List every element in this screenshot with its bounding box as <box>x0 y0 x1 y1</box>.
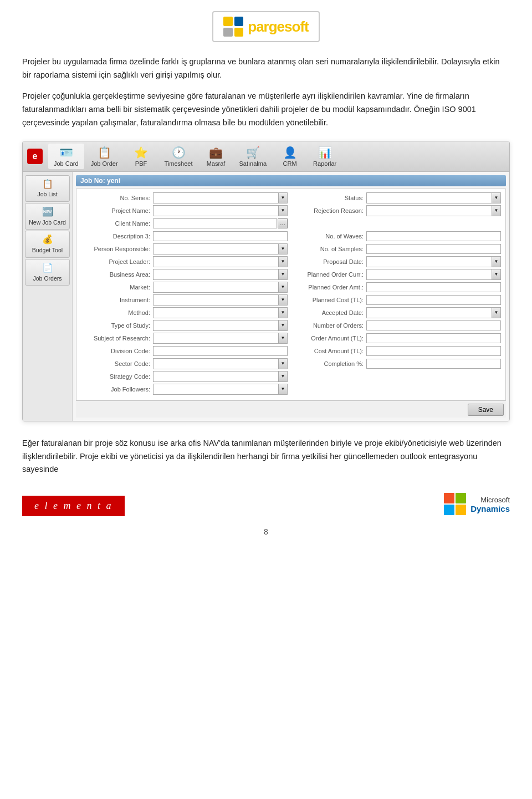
arrow-rejectionreason[interactable]: ▼ <box>492 206 500 216</box>
ms-dynamics-logo: Microsoft Dynamics <box>444 493 510 516</box>
input-plannedordercurr[interactable]: ▼ <box>366 269 501 280</box>
input-businessarea[interactable]: ▼ <box>153 269 288 280</box>
pargesoft-logo: pargesoft <box>212 11 319 42</box>
field-row-plannedordercurr: Planned Order Curr.: ▼ <box>294 269 501 280</box>
toolbar-item-pbf[interactable]: ⭐ PBF <box>125 144 158 169</box>
toolbar-item-timesheet[interactable]: 🕐 Timesheet <box>159 144 198 169</box>
input-jobfollowers[interactable]: ▼ <box>153 384 288 395</box>
input-sectorcode[interactable]: ▼ <box>153 358 288 369</box>
logo-sq-blue1 <box>234 17 244 26</box>
joborders-icon: 📄 <box>42 262 53 274</box>
arrow-proposaldate[interactable]: ▼ <box>492 257 500 267</box>
logo-parge: parge <box>248 18 284 35</box>
input-plannedorderamt[interactable] <box>366 282 501 292</box>
input-divisioncode[interactable] <box>153 346 288 356</box>
label-divisioncode: Division Code: <box>81 348 153 354</box>
field-row-noseries: No. Series: ▼ <box>81 192 288 203</box>
label-subjectofresearch: Subject of Research: <box>81 335 153 342</box>
elementa-logo: e l e m e n t a <box>22 496 125 516</box>
btn-clientname-lookup[interactable]: … <box>278 218 288 228</box>
input-noofsamp[interactable] <box>366 244 501 254</box>
raporlar-icon: 📊 <box>318 146 332 159</box>
field-row-projectname: Project Name: ▼ <box>81 205 288 216</box>
label-proposaldate: Proposal Date: <box>294 258 366 265</box>
sidebar-btn-joborders[interactable]: 📄 Job Orders <box>25 259 70 286</box>
arrow-projectleader[interactable]: ▼ <box>278 257 287 267</box>
input-noseries[interactable]: ▼ <box>153 192 288 203</box>
arrow-plannedordercurr[interactable]: ▼ <box>492 269 500 279</box>
input-method[interactable]: ▼ <box>153 307 288 318</box>
input-personresponsible[interactable]: ▼ <box>153 243 288 255</box>
arrow-strategycode[interactable]: ▼ <box>278 371 287 381</box>
ms-sq-blue <box>444 505 454 515</box>
app-toolbar: e 🪪 Job Card 📋 Job Order ⭐ PBF 🕐 Timeshe… <box>23 141 509 172</box>
input-clientname[interactable] <box>153 218 277 228</box>
label-method: Method: <box>81 309 153 316</box>
toolbar-item-masraf[interactable]: 💼 Masraf <box>200 144 233 169</box>
arrow-typeofstudy[interactable]: ▼ <box>278 320 287 330</box>
input-completionpct[interactable] <box>366 359 501 369</box>
sidebar-btn-newjobcard[interactable]: 🆕 New Job Card <box>25 203 70 230</box>
toolbar-item-raporlar[interactable]: 📊 Raporlar <box>308 144 342 169</box>
arrow-accepteddate[interactable]: ▼ <box>492 308 500 318</box>
input-status[interactable]: ▼ <box>366 192 501 203</box>
label-market: Market: <box>81 284 153 291</box>
input-plannedcost[interactable] <box>366 295 501 305</box>
content-area: Job No: yeni No. Series: ▼ <box>73 172 509 421</box>
input-numberoforders[interactable] <box>366 320 501 330</box>
toolbar-item-satinalma[interactable]: 🛒 Satınalma <box>234 144 273 169</box>
form-title: Job No: yeni <box>76 175 506 186</box>
input-proposaldate[interactable]: ▼ <box>366 256 501 267</box>
label-projectname: Project Name: <box>81 207 153 214</box>
input-projectname[interactable]: ▼ <box>153 205 288 216</box>
arrow-personresponsible[interactable]: ▼ <box>278 244 287 254</box>
input-market[interactable]: ▼ <box>153 282 288 293</box>
arrow-jobfollowers[interactable]: ▼ <box>278 384 287 394</box>
crm-label: CRM <box>283 160 297 167</box>
sidebar-btn-joblist[interactable]: 📋 Job List <box>25 175 70 202</box>
input-costamount[interactable] <box>366 346 501 356</box>
save-button[interactable]: Save <box>468 404 504 416</box>
budgettool-icon: 💰 <box>42 234 53 246</box>
arrow-market[interactable]: ▼ <box>278 282 287 292</box>
input-noofwaves[interactable] <box>366 231 501 241</box>
toolbar-item-joborder[interactable]: 📋 Job Order <box>85 144 124 169</box>
toolbar-item-crm[interactable]: 👤 CRM <box>273 144 306 169</box>
input-instrument[interactable]: ▼ <box>153 294 288 306</box>
label-clientname: Client Name: <box>81 220 153 227</box>
field-row-strategycode: Strategy Code: ▼ <box>81 371 288 382</box>
input-rejectionreason[interactable]: ▼ <box>366 205 501 216</box>
arrow-method[interactable]: ▼ <box>278 308 287 318</box>
form-main-row: No. Series: ▼ Project Name: ▼ <box>81 192 501 395</box>
input-desc3[interactable] <box>153 231 288 241</box>
input-subjectofresearch[interactable]: ▼ <box>153 333 288 344</box>
sidebar-label-newjobcard: New Job Card <box>29 219 66 227</box>
sidebar-btn-budgettool[interactable]: 💰 Budget Tool <box>25 231 70 257</box>
input-projectleader[interactable]: ▼ <box>153 256 288 267</box>
paragraph-2: Projeler çoğunlukla gerçekleştirme seviy… <box>22 90 510 130</box>
arrow-subjectofresearch[interactable]: ▼ <box>278 333 287 343</box>
input-orderamount[interactable] <box>366 333 501 343</box>
arrow-noseries[interactable]: ▼ <box>278 193 287 203</box>
input-accepteddate[interactable]: ▼ <box>366 307 501 318</box>
pargesoft-text: pargesoft <box>248 18 308 35</box>
logo-soft: soft <box>284 18 309 35</box>
field-row-noofsamp: No. of Samples: <box>294 243 501 255</box>
input-clientname-wrap: … <box>153 218 288 228</box>
sidebar-label-joblist: Job List <box>37 191 57 199</box>
arrow-projectname[interactable]: ▼ <box>278 206 287 216</box>
arrow-status[interactable]: ▼ <box>492 193 500 203</box>
arrow-sectorcode[interactable]: ▼ <box>278 359 287 369</box>
logo-sq-gray1 <box>223 28 233 37</box>
pbf-label: PBF <box>135 160 147 167</box>
arrow-businessarea[interactable]: ▼ <box>278 269 287 279</box>
footer-logos: e l e m e n t a Microsoft Dynamics <box>22 493 510 516</box>
toolbar-item-jobcard[interactable]: 🪪 Job Card <box>48 144 84 169</box>
input-typeofstudy[interactable]: ▼ <box>153 320 288 331</box>
form-container: No. Series: ▼ Project Name: ▼ <box>76 189 506 400</box>
joborder-icon: 📋 <box>98 146 111 159</box>
arrow-instrument[interactable]: ▼ <box>278 295 287 305</box>
field-row-personresponsible: Person Responsible: ▼ <box>81 243 288 255</box>
input-strategycode[interactable]: ▼ <box>153 371 288 382</box>
label-noofsamp: No. of Samples: <box>294 246 366 252</box>
